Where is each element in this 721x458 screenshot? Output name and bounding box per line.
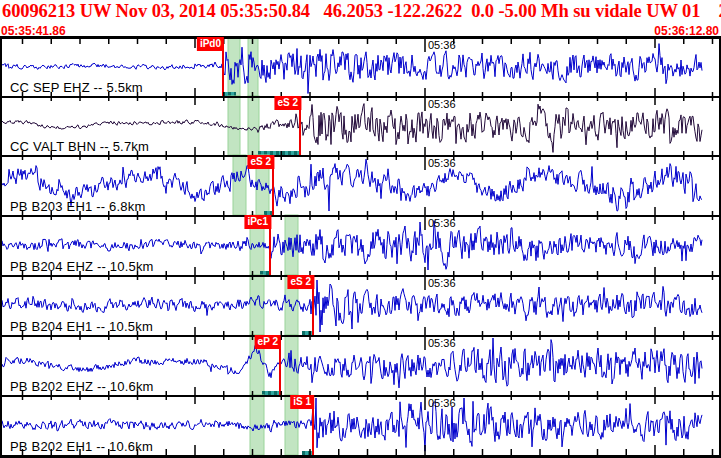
trace-row[interactable]	[0, 277, 721, 335]
seismogram-viewer-window: 60096213 UW Nov 03, 2014 05:35:50.84 46.…	[0, 0, 721, 458]
trace-row[interactable]	[0, 217, 721, 275]
trace-row[interactable]	[0, 98, 721, 155]
trace-row[interactable]	[0, 39, 721, 96]
trace-row[interactable]	[0, 397, 721, 455]
trace-row[interactable]	[0, 157, 721, 215]
trace-row[interactable]	[0, 337, 721, 395]
